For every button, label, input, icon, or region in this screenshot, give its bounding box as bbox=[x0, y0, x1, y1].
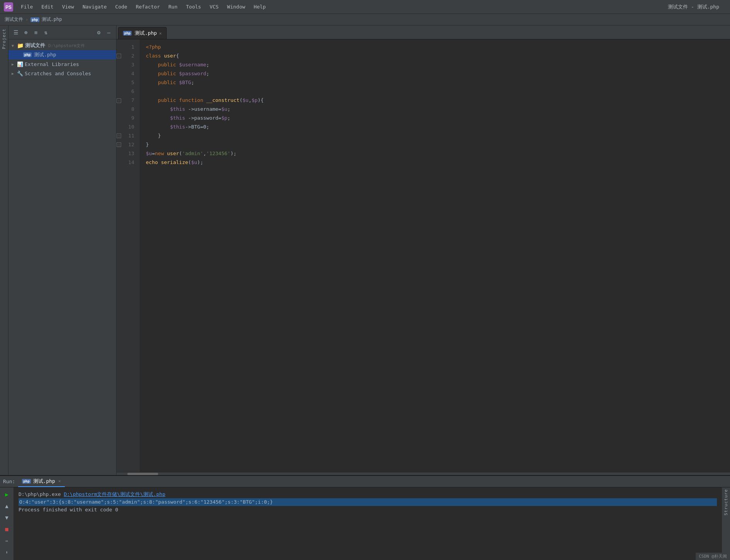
run-scroll-down-button[interactable]: ▼ bbox=[2, 513, 12, 522]
menu-vcs[interactable]: VCS bbox=[206, 2, 222, 11]
output-prefix: D:\php\php.exe bbox=[19, 491, 64, 497]
bottom-tab-bar: Run: php 测试.php ✕ bbox=[0, 476, 730, 487]
sidebar-item-scratches[interactable]: ▶ 🔧 Scratches and Consoles bbox=[8, 69, 116, 78]
bottom-tab-close[interactable]: ✕ bbox=[58, 479, 61, 484]
structure-panel-tab[interactable]: Structure bbox=[722, 487, 730, 560]
output-area: D:\php\php.exe D:\phpstorm文件存储\测试文件\测试.p… bbox=[14, 487, 722, 560]
structure-label: Structure bbox=[723, 489, 728, 516]
editor-scrollbar-h[interactable] bbox=[117, 472, 730, 475]
status-bar: CSDN @朴天阊 bbox=[696, 553, 730, 560]
php-icon-small: php bbox=[30, 17, 39, 22]
bottom-panel: Run: php 测试.php ✕ ▶ ▲ ▼ ■ ⇔ ⬇ D:\php\php… bbox=[0, 475, 730, 560]
scratches-label: Scratches and Consoles bbox=[25, 71, 91, 76]
sidebar-btn-sort[interactable]: ⇅ bbox=[42, 28, 50, 37]
editor-tab-bar: php 测试.php ✕ bbox=[117, 25, 730, 39]
run-wrap-button[interactable]: ⇔ bbox=[2, 536, 12, 545]
bottom-content: ▶ ▲ ▼ ■ ⇔ ⬇ D:\php\php.exe D:\phpstorm文件… bbox=[0, 487, 730, 560]
fold-icon-11[interactable]: □ bbox=[117, 134, 121, 138]
libs-icon: 📊 bbox=[17, 61, 23, 67]
menu-edit[interactable]: Edit bbox=[37, 2, 57, 11]
menu-view[interactable]: View bbox=[58, 2, 78, 11]
menu-help[interactable]: Help bbox=[250, 2, 270, 11]
scratches-icon: 🔧 bbox=[17, 71, 23, 76]
project-label: Project bbox=[2, 29, 7, 49]
php-file-icon: php bbox=[23, 52, 32, 57]
sidebar-item-project-root[interactable]: ▼ 📁 测试文件 D:\phpstorm文件 bbox=[8, 41, 116, 50]
app-icon: PS bbox=[3, 2, 14, 12]
bottom-tab-run[interactable]: php 测试.php ✕ bbox=[18, 476, 64, 487]
scratches-arrow: ▶ bbox=[12, 71, 15, 76]
bottom-tab-label: 测试.php bbox=[33, 478, 55, 485]
title-bar: PS File Edit View Navigate Code Refactor… bbox=[0, 0, 730, 14]
menu-navigate[interactable]: Navigate bbox=[79, 2, 111, 11]
output-line-3: Process finished with exit code 0 bbox=[19, 506, 717, 514]
fold-icon-7[interactable]: − bbox=[117, 98, 121, 103]
sidebar-item-php-file[interactable]: php 测试.php bbox=[8, 50, 116, 59]
editor-tab-test-php[interactable]: php 测试.php ✕ bbox=[118, 27, 167, 39]
svg-text:PS: PS bbox=[5, 5, 12, 10]
menu-window[interactable]: Window bbox=[223, 2, 249, 11]
menu-bar: File Edit View Navigate Code Refactor Ru… bbox=[17, 2, 668, 11]
sidebar-item-external-libs[interactable]: ▶ 📊 External Libraries bbox=[8, 59, 116, 69]
run-autoscroll-button[interactable]: ⬇ bbox=[2, 548, 12, 557]
tab-label: 测试.php bbox=[135, 30, 157, 37]
breadcrumb-file[interactable]: 测试.php bbox=[42, 16, 62, 23]
output-link[interactable]: D:\phpstorm文件存储\测试文件\测试.php bbox=[64, 491, 165, 497]
run-scroll-up-button[interactable]: ▲ bbox=[2, 501, 12, 511]
libs-arrow: ▶ bbox=[12, 62, 15, 66]
project-panel-tab[interactable]: Project bbox=[0, 25, 8, 475]
sidebar-toolbar: ☰ ⊕ ≡ ⇅ ⚙ — bbox=[8, 25, 116, 39]
sidebar-btn-add[interactable]: ⊕ bbox=[22, 28, 30, 37]
project-root-path: D:\phpstorm文件 bbox=[48, 43, 85, 49]
folder-icon: 📁 bbox=[17, 42, 24, 49]
editor-area: php 测试.php ✕ 1 − 2 bbox=[117, 25, 730, 475]
breadcrumb-project[interactable]: 测试文件 bbox=[5, 16, 23, 23]
output-line-2: O:4:"user":3:{s:8:"username";s:5:"admin"… bbox=[19, 498, 717, 506]
menu-tools[interactable]: Tools bbox=[182, 2, 205, 11]
output-line-1: D:\php\php.exe D:\phpstorm文件存储\测试文件\测试.p… bbox=[19, 491, 717, 498]
fold-icon-12[interactable]: □ bbox=[117, 142, 121, 147]
bottom-tab-php-icon: php bbox=[22, 479, 30, 484]
sidebar-btn-collapse[interactable]: — bbox=[105, 28, 113, 37]
libs-label: External Libraries bbox=[25, 61, 79, 67]
run-stop-button[interactable]: ■ bbox=[2, 524, 12, 534]
breadcrumb: 测试文件 › php 测试.php bbox=[0, 14, 730, 25]
project-root-name: 测试文件 bbox=[25, 42, 45, 49]
sidebar-btn-structure[interactable]: ≡ bbox=[32, 28, 40, 37]
output-serialized: O:4:"user":3:{s:8:"username";s:5:"admin"… bbox=[19, 498, 717, 506]
tab-php-icon: php bbox=[123, 31, 132, 36]
status-text: CSDN @朴天阊 bbox=[699, 554, 727, 559]
run-toolbar: ▶ ▲ ▼ ■ ⇔ ⬇ bbox=[0, 487, 14, 560]
window-title: 测试文件 - 测试.php bbox=[668, 3, 719, 10]
scrollbar-thumb[interactable] bbox=[127, 473, 158, 475]
php-file-name: 测试.php bbox=[34, 51, 56, 58]
code-content[interactable]: <?php class user{ public $username; publ… bbox=[140, 39, 730, 472]
menu-code[interactable]: Code bbox=[112, 2, 131, 11]
run-play-button[interactable]: ▶ bbox=[2, 490, 12, 499]
tab-close-button[interactable]: ✕ bbox=[159, 31, 162, 36]
sidebar-btn-settings[interactable]: ⚙ bbox=[95, 28, 103, 37]
expand-arrow: ▼ bbox=[12, 44, 15, 48]
sidebar: ☰ ⊕ ≡ ⇅ ⚙ — ▼ 📁 测试文件 D:\phpstorm文件 php 测… bbox=[8, 25, 117, 475]
menu-file[interactable]: File bbox=[17, 2, 37, 11]
fold-icon-2[interactable]: − bbox=[117, 54, 121, 58]
code-editor[interactable]: 1 − 2 3 4 bbox=[117, 39, 730, 472]
run-label: Run: bbox=[3, 479, 15, 484]
sidebar-btn-menu[interactable]: ☰ bbox=[12, 28, 20, 37]
menu-refactor[interactable]: Refactor bbox=[132, 2, 164, 11]
menu-run[interactable]: Run bbox=[165, 2, 181, 11]
breadcrumb-separator: › bbox=[25, 17, 28, 22]
sidebar-tree: ▼ 📁 测试文件 D:\phpstorm文件 php 测试.php ▶ 📊 Ex… bbox=[8, 39, 116, 475]
